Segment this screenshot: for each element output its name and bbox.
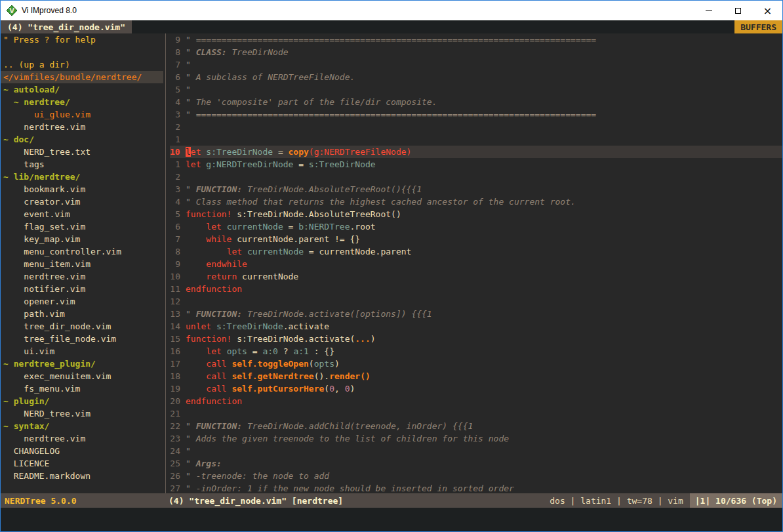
code-text: " CLASS: TreeDirNode [186, 46, 289, 58]
text-cursor: l [186, 147, 191, 157]
code-line[interactable]: 11endfunction [170, 283, 782, 295]
code-text: call self.toggleOpen(opts) [186, 358, 340, 370]
code-line[interactable]: 26" -treenode: the node to add [170, 470, 782, 482]
line-number: 7 [170, 58, 186, 71]
code-line[interactable]: 21 [170, 407, 782, 420]
tree-item[interactable]: bookmark.vim [3, 183, 163, 195]
tree-item[interactable]: menu_item.vim [3, 258, 163, 270]
svg-text:V: V [9, 7, 14, 14]
minimize-button[interactable] [694, 1, 723, 20]
code-line[interactable]: 20endfunction [170, 395, 782, 407]
buffers-label: BUFFERS [734, 20, 782, 33]
tree-item[interactable]: creator.vim [3, 195, 163, 208]
tree-item[interactable]: nerdtree.vim [3, 270, 163, 283]
code-line[interactable]: 6 let currentNode = b:NERDTree.root [170, 220, 782, 233]
code-line[interactable]: 24" [170, 445, 782, 457]
tree-item[interactable]: NERD_tree.vim [3, 407, 163, 420]
editor-buffer: 9" =====================================… [169, 33, 782, 493]
line-number: 17 [170, 358, 186, 370]
tree-item[interactable]: ui_glue.vim [3, 108, 163, 121]
code-line[interactable]: 25" Args: [170, 457, 782, 470]
line-number: 7 [170, 233, 186, 245]
code-text: let currentNode = currentNode.parent [186, 245, 411, 258]
tree-item[interactable]: ~ plugin/ [3, 395, 163, 407]
tree-item[interactable]: README.markdown [3, 470, 163, 482]
line-number: 5 [170, 208, 186, 220]
line-number: 5 [170, 83, 186, 96]
code-line[interactable]: 12 [170, 295, 782, 308]
tree-item[interactable]: ui.vim [3, 345, 163, 358]
tree-item[interactable]: nerdtree.vim [3, 121, 163, 133]
code-line[interactable]: 3" FUNCTION: TreeDirNode.AbsoluteTreeRoo… [170, 183, 782, 195]
code-text: while currentNode.parent != {} [186, 233, 360, 245]
code-line[interactable]: 4" The 'composite' part of the file/dir … [170, 96, 782, 108]
tree-item[interactable]: tree_dir_node.vim [3, 320, 163, 333]
command-line[interactable] [1, 508, 782, 531]
close-button[interactable]: × [753, 1, 782, 20]
tree-item[interactable]: key_map.vim [3, 233, 163, 245]
code-text: let g:NERDTreeDirNode = s:TreeDirNode [186, 158, 376, 171]
code-line[interactable]: 15function! s:TreeDirNode.activate(...) [170, 333, 782, 345]
code-line[interactable]: 4" Class method that returns the highest… [170, 195, 782, 208]
line-number: 25 [170, 457, 186, 470]
code-line[interactable]: 18 call self.getNerdtree().render() [170, 370, 782, 382]
tree-item[interactable]: ~ nerdtree/ [3, 96, 163, 108]
statusline-position: |1| 10/636 (Top) [690, 493, 782, 508]
window-split-divider[interactable] [163, 33, 169, 493]
tree-item[interactable]: " Press ? for help [3, 33, 163, 46]
code-line[interactable]: 16 let opts = a:0 ? a:1 : {} [170, 345, 782, 358]
tree-item[interactable]: tree_file_node.vim [3, 333, 163, 345]
code-line[interactable]: 2 [170, 171, 782, 183]
code-line[interactable]: 8" CLASS: TreeDirNode [170, 46, 782, 58]
code-line[interactable]: 9" =====================================… [170, 33, 782, 46]
code-line[interactable]: 23" Adds the given treenode to the list … [170, 432, 782, 445]
tree-item[interactable]: opener.vim [3, 295, 163, 308]
tree-item[interactable]: CHANGELOG [3, 445, 163, 457]
code-line[interactable]: 3" =====================================… [170, 108, 782, 121]
code-line[interactable]: 7 while currentNode.parent != {} [170, 233, 782, 245]
code-line[interactable]: 6" A subclass of NERDTreeFileNode. [170, 71, 782, 83]
tree-item[interactable]: nerdtree.vim [3, 432, 163, 445]
tree-item[interactable]: tags [3, 158, 163, 171]
tree-item[interactable]: NERD_tree.txt [3, 146, 163, 158]
tree-item[interactable]: ~ lib/nerdtree/ [3, 171, 163, 183]
code-line[interactable]: 7" [170, 58, 782, 71]
tree-item[interactable]: notifier.vim [3, 283, 163, 295]
tree-item[interactable]: ~ autoload/ [3, 83, 163, 96]
code-text: endfunction [186, 395, 242, 407]
tree-item[interactable]: path.vim [3, 308, 163, 320]
tree-item[interactable]: ~ syntax/ [3, 420, 163, 432]
line-number: 14 [170, 320, 186, 333]
tree-item[interactable]: exec_menuitem.vim [3, 370, 163, 382]
code-line[interactable]: 13" FUNCTION: TreeDirNode.activate([opti… [170, 308, 782, 320]
tree-item[interactable]: event.vim [3, 208, 163, 220]
code-line-current[interactable]: 10let s:TreeDirNode = copy(g:NERDTreeFil… [170, 146, 782, 158]
statusline-filename: (4) "tree_dir_node.vim" [nerdtree] [169, 496, 550, 506]
code-line[interactable]: 5function! s:TreeDirNode.AbsoluteTreeRoo… [170, 208, 782, 220]
code-line[interactable]: 19 call self.putCursorHere(0, 0) [170, 382, 782, 395]
tree-item[interactable]: ~ nerdtree_plugin/ [3, 358, 163, 370]
code-line[interactable]: 2 [170, 121, 782, 133]
code-line[interactable]: 1 [170, 133, 782, 146]
code-line[interactable]: 22" FUNCTION: TreeDirNode.addChild(treen… [170, 420, 782, 432]
titlebar: V Vi IMproved 8.0 × [1, 1, 782, 20]
code-line[interactable]: 10 return currentNode [170, 270, 782, 283]
code-line[interactable]: 9 endwhile [170, 258, 782, 270]
code-line[interactable]: 27" -inOrder: 1 if the new node should b… [170, 482, 782, 493]
tree-item[interactable]: flag_set.vim [3, 220, 163, 233]
maximize-button[interactable] [723, 1, 753, 20]
tree-item[interactable]: ~ doc/ [3, 133, 163, 146]
code-line[interactable]: 17 call self.toggleOpen(opts) [170, 358, 782, 370]
tree-item[interactable]: LICENCE [3, 457, 163, 470]
code-text: endfunction [186, 283, 242, 295]
line-number: 4 [170, 195, 186, 208]
code-line[interactable]: 1let g:NERDTreeDirNode = s:TreeDirNode [170, 158, 782, 171]
code-line[interactable]: 14unlet s:TreeDirNode.activate [170, 320, 782, 333]
tab-tree-dir-node-vim[interactable]: (4) "tree_dir_node.vim" [1, 20, 132, 33]
code-line[interactable]: 8 let currentNode = currentNode.parent [170, 245, 782, 258]
tree-item[interactable]: .. (up a dir) [3, 58, 163, 71]
tree-item[interactable]: menu_controller.vim [3, 245, 163, 258]
tree-item[interactable]: </vimfiles/bundle/nerdtree/ [1, 71, 163, 83]
tree-item[interactable]: fs_menu.vim [3, 382, 163, 395]
code-line[interactable]: 5" [170, 83, 782, 96]
